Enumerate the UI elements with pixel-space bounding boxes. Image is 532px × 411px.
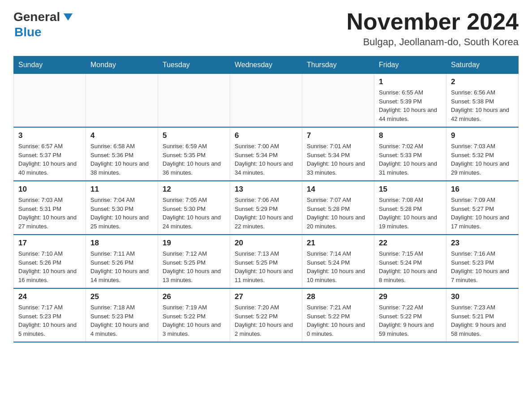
calendar-cell: 7Sunrise: 7:01 AM Sunset: 5:34 PM Daylig…	[302, 127, 374, 181]
day-number: 1	[379, 77, 442, 86]
day-info: Sunrise: 6:58 AM Sunset: 5:36 PM Dayligh…	[90, 142, 153, 177]
logo-general-text: General	[13, 10, 60, 24]
calendar-cell: 25Sunrise: 7:18 AM Sunset: 5:23 PM Dayli…	[86, 288, 158, 342]
day-number: 3	[18, 131, 81, 140]
day-info: Sunrise: 7:04 AM Sunset: 5:30 PM Dayligh…	[90, 196, 153, 231]
day-number: 24	[18, 292, 81, 301]
calendar-cell: 16Sunrise: 7:09 AM Sunset: 5:27 PM Dayli…	[446, 181, 519, 235]
calendar-cell: 6Sunrise: 7:00 AM Sunset: 5:34 PM Daylig…	[230, 127, 302, 181]
day-info: Sunrise: 7:11 AM Sunset: 5:26 PM Dayligh…	[90, 249, 153, 284]
day-info: Sunrise: 7:22 AM Sunset: 5:22 PM Dayligh…	[379, 303, 442, 338]
day-info: Sunrise: 7:21 AM Sunset: 5:22 PM Dayligh…	[307, 303, 369, 338]
calendar-cell: 20Sunrise: 7:13 AM Sunset: 5:25 PM Dayli…	[230, 235, 302, 288]
day-number: 4	[90, 131, 153, 140]
title-area: November 2024 Bulgap, Jeollanam-do, Sout…	[347, 9, 519, 48]
day-number: 30	[451, 292, 514, 301]
calendar-cell: 22Sunrise: 7:15 AM Sunset: 5:24 PM Dayli…	[374, 235, 446, 288]
calendar-header: SundayMondayTuesdayWednesdayThursdayFrid…	[14, 56, 519, 74]
day-of-week-header: Wednesday	[230, 56, 302, 74]
calendar-cell: 5Sunrise: 6:59 AM Sunset: 5:35 PM Daylig…	[158, 127, 230, 181]
day-of-week-header: Saturday	[446, 56, 519, 74]
calendar-cell: 11Sunrise: 7:04 AM Sunset: 5:30 PM Dayli…	[86, 181, 158, 235]
calendar-cell: 17Sunrise: 7:10 AM Sunset: 5:26 PM Dayli…	[14, 235, 86, 288]
day-number: 23	[451, 239, 514, 248]
day-info: Sunrise: 7:18 AM Sunset: 5:23 PM Dayligh…	[90, 303, 153, 338]
day-info: Sunrise: 7:01 AM Sunset: 5:34 PM Dayligh…	[307, 142, 369, 177]
calendar-cell	[14, 74, 86, 128]
day-number: 21	[307, 239, 369, 248]
day-info: Sunrise: 7:06 AM Sunset: 5:29 PM Dayligh…	[235, 196, 297, 231]
calendar-cell: 27Sunrise: 7:20 AM Sunset: 5:22 PM Dayli…	[230, 288, 302, 342]
calendar-cell: 15Sunrise: 7:08 AM Sunset: 5:28 PM Dayli…	[374, 181, 446, 235]
calendar-week-row: 10Sunrise: 7:03 AM Sunset: 5:31 PM Dayli…	[14, 181, 519, 235]
day-number: 7	[307, 131, 369, 140]
calendar-cell: 23Sunrise: 7:16 AM Sunset: 5:23 PM Dayli…	[446, 235, 519, 288]
day-info: Sunrise: 7:07 AM Sunset: 5:28 PM Dayligh…	[307, 196, 369, 231]
day-of-week-header: Sunday	[14, 56, 86, 74]
day-info: Sunrise: 7:15 AM Sunset: 5:24 PM Dayligh…	[379, 249, 442, 284]
day-of-week-header: Tuesday	[158, 56, 230, 74]
calendar-table: SundayMondayTuesdayWednesdayThursdayFrid…	[13, 56, 519, 342]
logo-triangle-icon	[62, 11, 74, 25]
calendar-week-row: 1Sunrise: 6:55 AM Sunset: 5:39 PM Daylig…	[14, 74, 519, 128]
day-number: 13	[235, 185, 297, 194]
day-info: Sunrise: 6:55 AM Sunset: 5:39 PM Dayligh…	[379, 88, 442, 123]
day-number: 27	[235, 292, 297, 301]
svg-marker-0	[64, 13, 73, 21]
calendar-title: November 2024	[347, 9, 519, 34]
calendar-week-row: 24Sunrise: 7:17 AM Sunset: 5:23 PM Dayli…	[14, 288, 519, 342]
day-number: 14	[307, 185, 369, 194]
logo-blue-text: Blue	[14, 25, 42, 39]
calendar-cell: 4Sunrise: 6:58 AM Sunset: 5:36 PM Daylig…	[86, 127, 158, 181]
day-info: Sunrise: 7:20 AM Sunset: 5:22 PM Dayligh…	[235, 303, 297, 338]
day-info: Sunrise: 7:14 AM Sunset: 5:24 PM Dayligh…	[307, 249, 369, 284]
calendar-week-row: 17Sunrise: 7:10 AM Sunset: 5:26 PM Dayli…	[14, 235, 519, 288]
day-number: 6	[235, 131, 297, 140]
calendar-cell: 14Sunrise: 7:07 AM Sunset: 5:28 PM Dayli…	[302, 181, 374, 235]
calendar-cell: 21Sunrise: 7:14 AM Sunset: 5:24 PM Dayli…	[302, 235, 374, 288]
calendar-cell: 12Sunrise: 7:05 AM Sunset: 5:30 PM Dayli…	[158, 181, 230, 235]
day-info: Sunrise: 7:03 AM Sunset: 5:32 PM Dayligh…	[451, 142, 514, 177]
calendar-cell: 19Sunrise: 7:12 AM Sunset: 5:25 PM Dayli…	[158, 235, 230, 288]
day-info: Sunrise: 7:00 AM Sunset: 5:34 PM Dayligh…	[235, 142, 297, 177]
day-info: Sunrise: 7:05 AM Sunset: 5:30 PM Dayligh…	[163, 196, 225, 231]
day-number: 12	[163, 185, 225, 194]
day-number: 18	[90, 239, 153, 248]
day-of-week-header: Monday	[86, 56, 158, 74]
day-info: Sunrise: 7:10 AM Sunset: 5:26 PM Dayligh…	[18, 249, 81, 284]
day-of-week-header: Friday	[374, 56, 446, 74]
day-number: 26	[163, 292, 225, 301]
day-info: Sunrise: 7:09 AM Sunset: 5:27 PM Dayligh…	[451, 196, 514, 231]
day-number: 8	[379, 131, 442, 140]
day-info: Sunrise: 7:16 AM Sunset: 5:23 PM Dayligh…	[451, 249, 514, 284]
day-info: Sunrise: 7:23 AM Sunset: 5:21 PM Dayligh…	[451, 303, 514, 338]
day-info: Sunrise: 7:08 AM Sunset: 5:28 PM Dayligh…	[379, 196, 442, 231]
calendar-cell: 2Sunrise: 6:56 AM Sunset: 5:38 PM Daylig…	[446, 74, 519, 128]
day-info: Sunrise: 7:13 AM Sunset: 5:25 PM Dayligh…	[235, 249, 297, 284]
day-info: Sunrise: 6:57 AM Sunset: 5:37 PM Dayligh…	[18, 142, 81, 177]
calendar-cell: 26Sunrise: 7:19 AM Sunset: 5:22 PM Dayli…	[158, 288, 230, 342]
calendar-cell: 9Sunrise: 7:03 AM Sunset: 5:32 PM Daylig…	[446, 127, 519, 181]
calendar-cell: 3Sunrise: 6:57 AM Sunset: 5:37 PM Daylig…	[14, 127, 86, 181]
day-number: 10	[18, 185, 81, 194]
calendar-cell: 18Sunrise: 7:11 AM Sunset: 5:26 PM Dayli…	[86, 235, 158, 288]
calendar-cell: 30Sunrise: 7:23 AM Sunset: 5:21 PM Dayli…	[446, 288, 519, 342]
calendar-cell	[230, 74, 302, 128]
logo: General Blue	[13, 9, 74, 39]
day-number: 25	[90, 292, 153, 301]
page-header: General Blue November 2024 Bulgap, Jeoll…	[13, 9, 519, 48]
calendar-cell: 8Sunrise: 7:02 AM Sunset: 5:33 PM Daylig…	[374, 127, 446, 181]
day-number: 28	[307, 292, 369, 301]
day-number: 16	[451, 185, 514, 194]
day-number: 19	[163, 239, 225, 248]
calendar-cell: 24Sunrise: 7:17 AM Sunset: 5:23 PM Dayli…	[14, 288, 86, 342]
day-number: 9	[451, 131, 514, 140]
calendar-cell: 28Sunrise: 7:21 AM Sunset: 5:22 PM Dayli…	[302, 288, 374, 342]
day-info: Sunrise: 7:03 AM Sunset: 5:31 PM Dayligh…	[18, 196, 81, 231]
day-number: 11	[90, 185, 153, 194]
day-number: 2	[451, 77, 514, 86]
day-info: Sunrise: 6:56 AM Sunset: 5:38 PM Dayligh…	[451, 88, 514, 123]
calendar-cell	[302, 74, 374, 128]
calendar-cell	[158, 74, 230, 128]
day-info: Sunrise: 7:19 AM Sunset: 5:22 PM Dayligh…	[163, 303, 225, 338]
